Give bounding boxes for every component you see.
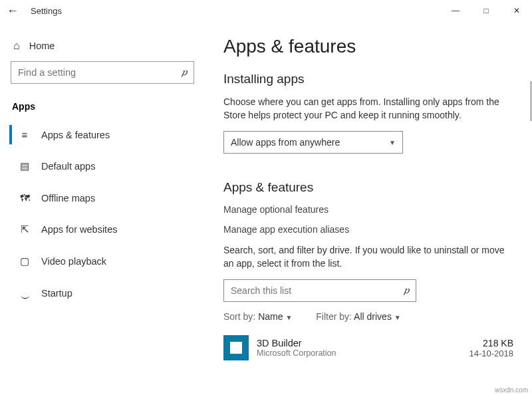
app-name: 3D Builder [257,338,462,348]
nav-label: Video playback [41,256,106,267]
sidebar: ⌂ Home 𝑝 Apps ≡ Apps & features ▤ Defaul… [0,21,205,395]
filter-by[interactable]: Filter by: All drives ▼ [316,311,400,322]
dropdown-value: Allow apps from anywhere [231,137,340,148]
app-icon [223,335,249,360]
app-date: 14-10-2018 [469,348,514,358]
apps-features-icon: ≡ [19,129,31,140]
nav-label: Offline maps [41,193,95,203]
sidebar-item-apps-websites[interactable]: ⇱ Apps for websites [9,215,198,243]
filter-label: Filter by: [316,311,352,322]
apps-features-title: Apps & features [223,180,513,195]
sort-value: Name [258,311,283,322]
chevron-down-icon: ▼ [285,314,292,321]
app-list-item[interactable]: 3D Builder Microsoft Corporation 218 KB … [223,332,513,363]
nav-label: Apps for websites [41,224,117,235]
install-source-dropdown[interactable]: Allow apps from anywhere ▼ [223,131,403,154]
home-nav[interactable]: ⌂ Home [9,35,198,61]
sidebar-item-offline-maps[interactable]: 🗺︎ Offline maps [9,184,198,211]
main-content: Apps & features Installing apps Choose w… [205,21,532,395]
app-size: 218 KB [469,338,514,348]
search-settings[interactable]: 𝑝 [11,61,194,84]
page-title: Apps & features [223,36,513,57]
default-apps-icon: ▤ [19,160,31,172]
map-icon: 🗺︎ [19,192,31,203]
maximize-button[interactable]: □ [471,0,501,21]
startup-icon: ⏝ [19,287,31,299]
app-publisher: Microsoft Corporation [257,348,462,358]
websites-icon: ⇱ [19,223,31,235]
nav-label: Apps & features [41,130,110,140]
apps-features-desc: Search, sort, and filter by drive. If yo… [223,244,513,270]
manage-optional-features-link[interactable]: Manage optional features [223,204,513,215]
search-input[interactable] [18,67,182,78]
search-icon: 𝑝 [182,67,187,78]
category-label: Apps [9,98,198,121]
home-icon: ⌂ [13,40,20,52]
search-apps-list[interactable]: 𝑝 [223,279,416,302]
manage-aliases-link[interactable]: Manage app execution aliases [223,224,513,235]
installing-apps-desc: Choose where you can get apps from. Inst… [223,96,513,122]
sidebar-item-apps-features[interactable]: ≡ Apps & features [9,121,198,148]
window-title: Settings [31,6,62,16]
nav-label: Default apps [41,161,95,172]
minimize-button[interactable]: — [440,0,471,21]
filter-value: All drives [354,311,392,322]
chevron-down-icon: ▼ [389,139,396,146]
sort-label: Sort by: [223,311,255,322]
search-apps-input[interactable] [231,285,404,296]
video-icon: ▢ [19,255,31,267]
search-icon: 𝑝 [404,285,409,296]
watermark: wsxdn.com [495,386,528,394]
sort-by[interactable]: Sort by: Name ▼ [223,311,292,322]
home-label: Home [29,41,55,51]
nav-label: Startup [41,288,72,299]
back-icon[interactable]: ← [7,4,19,18]
close-button[interactable]: ✕ [501,0,532,21]
chevron-down-icon: ▼ [394,314,401,321]
sidebar-item-startup[interactable]: ⏝ Startup [9,279,198,307]
installing-apps-title: Installing apps [223,72,513,86]
sidebar-item-video-playback[interactable]: ▢ Video playback [9,247,198,275]
sidebar-item-default-apps[interactable]: ▤ Default apps [9,152,198,180]
